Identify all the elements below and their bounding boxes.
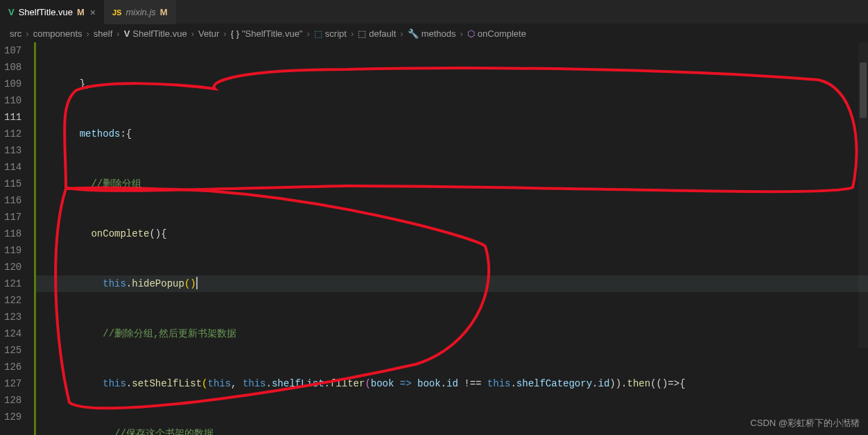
line-number: 117: [4, 209, 21, 225]
breadcrumb-item[interactable]: src: [10, 28, 21, 39]
chevron-right-icon: ›: [306, 28, 309, 39]
line-number: 118: [4, 225, 21, 242]
breadcrumb-item[interactable]: shelf: [94, 28, 112, 39]
vue-icon: V: [124, 28, 130, 39]
vue-icon: V: [8, 7, 15, 17]
line-number: 112: [4, 126, 21, 142]
line-gutter: 107 108 109 110 111 112 113 114 115 116 …: [0, 42, 34, 435]
tab-mixin[interactable]: JS mixin.js M: [104, 0, 176, 24]
breadcrumb-item[interactable]: ShelfTitle.vue: [132, 28, 186, 39]
line-number: 122: [4, 292, 21, 309]
breadcrumb[interactable]: src › components › shelf › V ShelfTitle.…: [0, 24, 868, 42]
module-icon: ⬚: [358, 28, 366, 39]
breadcrumb-item[interactable]: methods: [422, 28, 456, 39]
line-number: 125: [4, 342, 21, 359]
line-number: 108: [4, 59, 21, 76]
line-number: 128: [4, 392, 21, 409]
line-number: 114: [4, 159, 21, 176]
editor-tabs: V ShelfTitle.vue M × JS mixin.js M: [0, 0, 868, 24]
braces-icon: { }: [231, 28, 239, 39]
tab-label: mixin.js: [125, 7, 155, 17]
scrollbar-vertical[interactable]: [860, 62, 867, 118]
line-number: 109: [4, 76, 21, 92]
line-number: 120: [4, 259, 21, 275]
line-number: 129: [4, 409, 21, 425]
chevron-right-icon: ›: [191, 28, 194, 39]
watermark: CSDN @彩虹桥下的小湉猪: [750, 417, 860, 429]
chevron-right-icon: ›: [351, 28, 354, 39]
code-editor[interactable]: 107 108 109 110 111 112 113 114 115 116 …: [0, 42, 868, 435]
chevron-right-icon: ›: [116, 28, 119, 39]
chevron-right-icon: ›: [87, 28, 89, 39]
breadcrumb-item[interactable]: onComplete: [478, 28, 526, 39]
line-number: 115: [4, 176, 21, 192]
line-number: 126: [4, 359, 21, 375]
line-number: 119: [4, 242, 21, 259]
breadcrumb-item[interactable]: components: [33, 28, 83, 39]
line-number: 111: [4, 109, 21, 126]
line-number: 107: [4, 42, 21, 59]
breadcrumb-item[interactable]: script: [325, 28, 347, 39]
tab-shelftitle[interactable]: V ShelfTitle.vue M ×: [0, 0, 104, 24]
line-number: 116: [4, 192, 21, 209]
breadcrumb-item[interactable]: "ShelfTitle.vue": [242, 28, 303, 39]
breadcrumb-item[interactable]: Vetur: [198, 28, 219, 39]
line-number: 121: [4, 275, 21, 292]
line-number: 113: [4, 142, 21, 159]
chevron-right-icon: ›: [460, 28, 463, 39]
modified-indicator: M: [77, 7, 85, 17]
chevron-right-icon: ›: [223, 28, 226, 39]
js-icon: JS: [112, 8, 121, 17]
chevron-right-icon: ›: [400, 28, 403, 39]
line-number: 123: [4, 309, 21, 325]
cursor: [196, 277, 198, 289]
modified-indicator: M: [160, 7, 168, 17]
line-number: 124: [4, 325, 21, 342]
tab-label: ShelfTitle.vue: [19, 7, 73, 17]
code-area[interactable]: }, methods:{ //删除分组 onComplete(){ this.h…: [36, 42, 868, 435]
breadcrumb-item[interactable]: default: [369, 28, 396, 39]
close-icon[interactable]: ×: [90, 7, 96, 18]
method-icon: ⬡: [467, 28, 475, 39]
line-number: 127: [4, 375, 21, 392]
chevron-right-icon: ›: [26, 28, 28, 39]
script-icon: ⬚: [314, 28, 322, 39]
wrench-icon: 🔧: [408, 28, 419, 39]
line-number: 110: [4, 92, 21, 109]
